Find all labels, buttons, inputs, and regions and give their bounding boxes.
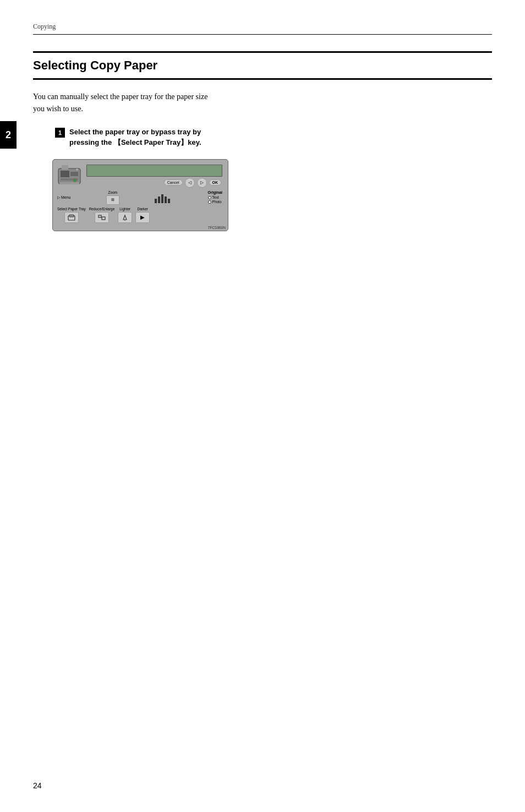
density-display xyxy=(155,192,170,203)
original-title: Original xyxy=(208,190,222,194)
zoom-label: Zoom xyxy=(108,190,118,194)
density-bar-1 xyxy=(155,199,157,203)
density-bar-5 xyxy=(168,199,170,203)
nav-left-icon: ◁ xyxy=(188,180,192,185)
panel-bottom-buttons-row: Select Paper Tray Reduce/Enlarge xyxy=(57,207,222,223)
section-title-block: Selecting Copy Paper xyxy=(33,51,492,80)
page-header: Copying xyxy=(33,22,492,35)
darker-label: Darker xyxy=(138,207,149,211)
svg-point-8 xyxy=(74,179,76,182)
radio-photo-row: Photo xyxy=(208,200,222,204)
lighter-label: Lighter xyxy=(119,207,130,211)
menu-button[interactable]: ▷ Menu xyxy=(57,195,71,200)
panel-display-area: Cancel ◁ ▷ OK xyxy=(86,165,222,188)
radio-photo[interactable] xyxy=(208,200,211,204)
lighter-button[interactable] xyxy=(118,212,132,223)
panel-menu-zoom-row: ▷ Menu Zoom ⊞ Original xyxy=(57,190,222,205)
density-bar-3 xyxy=(161,194,163,203)
select-paper-tray-label: Select Paper Tray xyxy=(57,207,86,211)
photo-label: Photo xyxy=(212,200,222,204)
lighter-icon xyxy=(121,214,129,221)
svg-rect-11 xyxy=(99,215,101,217)
reduce-enlarge-col: Reduce/Enlarge xyxy=(89,207,115,223)
page-container: 2 Copying Selecting Copy Paper You can m… xyxy=(0,0,525,812)
step1-text: Select the paper tray or bypass tray by … xyxy=(69,127,223,148)
darker-button[interactable]: ▶ xyxy=(135,212,150,223)
svg-rect-7 xyxy=(62,184,77,187)
select-paper-tray-button[interactable] xyxy=(64,212,79,223)
radio-text-row: Text xyxy=(208,195,222,199)
step-number-1: 1 xyxy=(55,128,65,138)
body-text: You can manually select the paper tray f… xyxy=(33,91,209,116)
chapter-number: 2 xyxy=(6,129,11,141)
svg-rect-6 xyxy=(59,182,79,184)
density-bar-2 xyxy=(158,197,160,203)
menu-arrow-icon: ▷ xyxy=(57,195,60,200)
chapter-tab: 2 xyxy=(0,121,17,149)
svg-marker-13 xyxy=(123,215,127,220)
step1-block: 1 Select the paper tray or bypass tray b… xyxy=(33,127,492,148)
zoom-icon: ⊞ xyxy=(111,198,114,202)
nav-left-button[interactable]: ◁ xyxy=(185,178,195,188)
nav-right-icon: ▷ xyxy=(200,180,204,185)
nav-right-button[interactable]: ▷ xyxy=(197,178,207,188)
svg-point-4 xyxy=(76,168,78,171)
zoom-button[interactable]: ⊞ xyxy=(106,195,119,205)
page-number: 24 xyxy=(33,781,42,790)
page-footer: 24 xyxy=(33,781,42,790)
svg-rect-2 xyxy=(70,172,78,176)
tray-icon xyxy=(68,214,75,221)
reduce-enlarge-icon xyxy=(98,214,106,221)
svg-rect-12 xyxy=(102,217,105,220)
printer-icon xyxy=(57,164,82,188)
density-bar-4 xyxy=(165,197,167,203)
darker-col: Darker ▶ xyxy=(135,207,150,223)
panel-display-screen xyxy=(86,165,222,177)
copier-panel: Cancel ◁ ▷ OK ▷ Menu Zoom xyxy=(52,159,228,231)
breadcrumb: Copying xyxy=(33,23,56,30)
figure-id: 7FCS860N xyxy=(208,226,226,230)
svg-rect-5 xyxy=(62,165,68,170)
original-section: Original Text Photo xyxy=(208,190,222,204)
reduce-enlarge-label: Reduce/Enlarge xyxy=(89,207,115,211)
text-label: Text xyxy=(212,195,219,199)
radio-text[interactable] xyxy=(208,196,211,199)
panel-nav-row: Cancel ◁ ▷ OK xyxy=(86,178,222,188)
reduce-enlarge-button[interactable] xyxy=(95,212,109,223)
zoom-group: Zoom ⊞ xyxy=(106,190,119,205)
ok-button-panel[interactable]: OK xyxy=(209,179,222,186)
darker-arrow-icon: ▶ xyxy=(140,214,145,220)
select-paper-tray-col: Select Paper Tray xyxy=(57,207,86,223)
section-title: Selecting Copy Paper xyxy=(33,58,157,72)
panel-top-row: Cancel ◁ ▷ OK xyxy=(57,164,222,188)
lighter-col: Lighter xyxy=(118,207,132,223)
cancel-button-panel[interactable]: Cancel xyxy=(164,179,183,186)
svg-rect-1 xyxy=(61,171,69,177)
step1-key-highlight: 【Select Paper Tray】 xyxy=(114,138,188,146)
menu-label: Menu xyxy=(61,195,71,199)
